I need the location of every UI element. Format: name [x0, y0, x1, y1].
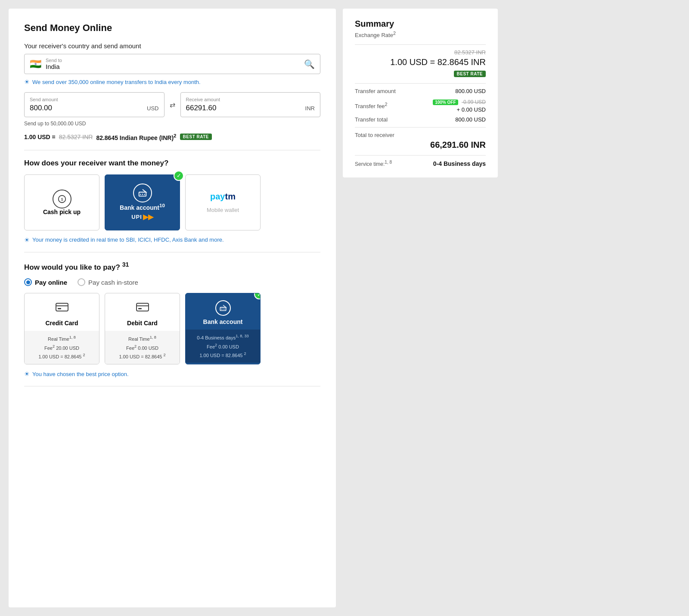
summary-divider-1: [355, 83, 486, 84]
credits-info: ☀ Your money is credited in real time to…: [24, 236, 320, 243]
radio-dot: [26, 280, 30, 284]
bank-pay-top: Bank account: [186, 293, 260, 330]
pay-cash-radio[interactable]: [78, 278, 85, 286]
pay-card-credit[interactable]: Credit Card Real Time1, 8 Fee2 20.00 USD…: [24, 293, 99, 364]
pay-cash-option[interactable]: Pay cash in-store: [78, 278, 138, 286]
send-currency: USD: [147, 105, 158, 112]
summary-best-rate-badge: BEST RATE: [454, 71, 486, 77]
summary-rate-old: 82.5327 INR: [355, 49, 486, 56]
receiver-section-label: Your receiver's country and send amount: [24, 42, 320, 50]
summary-divider-3: [355, 155, 486, 156]
debit-card-top: Debit Card: [105, 293, 180, 331]
svg-rect-6: [56, 303, 68, 311]
exchange-rate-sup: 2: [393, 31, 396, 36]
credit-card-label: Credit Card: [45, 320, 78, 327]
search-icon[interactable]: 🔍: [304, 59, 315, 69]
option-cash-pickup[interactable]: $ Cash pick up: [24, 174, 99, 230]
how-receive-title: How does your receiver want the money?: [24, 159, 320, 168]
summary-exchange-label: Exchange Rate2: [355, 31, 486, 38]
receive-amount-label: Receive amount: [186, 97, 315, 102]
option-bank-account[interactable]: ✓ Bank account10 UPI ▶▶: [105, 174, 180, 230]
sun-icon-2: ☀: [24, 236, 30, 243]
paytm-logo: paytm: [210, 192, 236, 202]
amount-row: Send amount 800.00 USD ⇄ Receive amount …: [24, 92, 320, 117]
debit-card-icon: [136, 300, 149, 317]
receive-amount-value[interactable]: 66291.60: [186, 104, 217, 112]
send-to-left: 🇮🇳 Send to India: [30, 58, 62, 70]
send-to-info: Send to India: [46, 58, 62, 70]
svg-rect-11: [138, 308, 142, 309]
divider-2: [24, 252, 320, 252]
swap-icon[interactable]: ⇄: [170, 101, 175, 109]
cash-pickup-icon: $: [53, 190, 71, 208]
send-amount-box[interactable]: Send amount 800.00 USD: [24, 92, 164, 117]
summary-panel: Summary Exchange Rate2 82.5327 INR 1.00 …: [343, 9, 498, 177]
send-amount-value[interactable]: 800.00: [30, 104, 52, 112]
credit-card-icon: [55, 300, 69, 317]
bank-account-icon: [133, 184, 152, 202]
summary-divider-0: [355, 44, 486, 45]
cash-pickup-label: Cash pick up: [43, 208, 81, 215]
send-to-country: India: [46, 63, 62, 70]
summary-transfer-total-row: Transfer total 800.00 USD: [355, 116, 486, 123]
send-info-text: ☀ We send over 350,000 online money tran…: [24, 78, 320, 85]
pay-cards: Credit Card Real Time1, 8 Fee2 20.00 USD…: [24, 293, 320, 364]
credit-card-bottom: Real Time1, 8 Fee2 20.00 USD 1.00 USD = …: [25, 331, 99, 364]
pay-card-debit[interactable]: Debit Card Real Time1, 8 Fee2 0.00 USD 1…: [105, 293, 180, 364]
divider-3: [24, 386, 320, 386]
svg-rect-8: [58, 308, 61, 309]
how-pay-sup: 31: [122, 261, 129, 268]
summary-service-row: Service time:1, 8 0-4 Business days: [355, 160, 486, 167]
receive-currency: INR: [305, 105, 315, 112]
bank-account-check: ✓: [174, 171, 184, 181]
receive-amount-box[interactable]: Receive amount 66291.60 INR: [180, 92, 321, 117]
debit-card-label: Debit Card: [127, 320, 158, 327]
send-to-label: Send to: [46, 58, 62, 63]
send-to-box[interactable]: 🇮🇳 Send to India 🔍: [24, 54, 320, 74]
best-rate-badge: BEST RATE: [180, 134, 212, 140]
page-title: Send Money Online: [24, 22, 320, 34]
bank-pay-label: Bank account: [203, 318, 243, 325]
option-mobile-wallet[interactable]: paytm Mobile wallet: [185, 174, 261, 230]
transfer-amount-label: Transfer amount: [355, 88, 396, 94]
transfer-total-label: Transfer total: [355, 116, 388, 123]
summary-fee-row: Transfer fee2 100% OFF -0.99 USD + 0.00 …: [355, 98, 486, 113]
pay-online-option[interactable]: Pay online: [24, 278, 67, 286]
fee-row-values: 100% OFF -0.99 USD + 0.00 USD: [433, 98, 486, 113]
summary-divider-2: [355, 127, 486, 128]
service-time-value: 0-4 Business days: [433, 160, 486, 167]
service-time-label: Service time:1, 8: [355, 160, 392, 167]
total-receiver-value: 66,291.60 INR: [355, 140, 486, 150]
upi-logo: UPI ▶▶: [131, 213, 153, 221]
bank-account-label: Bank account10: [120, 202, 165, 211]
how-pay-title: How would you like to pay? 31: [24, 261, 320, 272]
summary-best-rate-row: BEST RATE: [355, 71, 486, 77]
transfer-fee-label: Transfer fee2: [355, 102, 388, 109]
rate-row: 1.00 USD = 82.5327 INR 82.8645 Indian Ru…: [24, 133, 320, 141]
rate-prefix: 1.00 USD =: [24, 134, 56, 140]
bank-pay-icon: [215, 300, 231, 316]
transfer-fee-value: + 0.00 USD: [456, 106, 486, 113]
send-limit: Send up to 50,000.00 USD: [24, 121, 320, 127]
main-panel: Send Money Online Your receiver's countr…: [9, 9, 336, 607]
svg-rect-9: [137, 303, 149, 311]
rate-new: 82.8645 Indian Rupee (INR)2: [96, 133, 176, 141]
total-receiver-label: Total to receiver: [355, 132, 486, 138]
off-badge: 100% OFF: [433, 100, 458, 105]
send-amount-inner: 800.00 USD: [30, 104, 159, 112]
summary-title: Summary: [355, 19, 486, 29]
send-amount-label: Send amount: [30, 97, 159, 102]
transfer-amount-value: 800.00 USD: [455, 88, 486, 94]
transfer-total-value: 800.00 USD: [455, 116, 486, 123]
pay-card-bank[interactable]: ✓ Bank account 0-4 Bus: [185, 293, 261, 364]
rate-old: 82.5327 INR: [59, 134, 93, 140]
svg-text:$: $: [61, 197, 63, 201]
pay-online-radio[interactable]: [24, 278, 32, 286]
india-flag: 🇮🇳: [30, 59, 41, 70]
receive-amount-inner: 66291.60 INR: [186, 104, 315, 112]
debit-card-bottom: Real Time1, 8 Fee2 0.00 USD 1.00 USD = 8…: [105, 331, 180, 364]
divider-1: [24, 150, 320, 150]
bank-pay-bottom: 0-4 Business days1, 8, 33 Fee2 0.00 USD …: [186, 330, 260, 363]
credit-card-top: Credit Card: [25, 293, 99, 331]
best-price-info: ☀ You have chosen the best price option.: [24, 370, 320, 377]
